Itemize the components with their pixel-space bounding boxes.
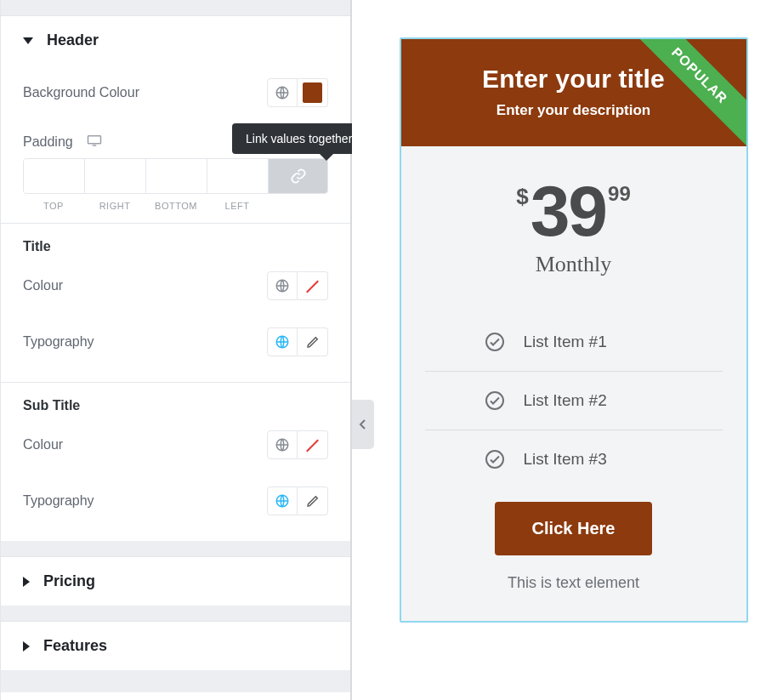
- chevron-left-icon: [359, 418, 367, 430]
- pencil-icon: [306, 335, 320, 349]
- title-group-heading: Title: [23, 224, 328, 258]
- padding-bottom-input[interactable]: [146, 159, 207, 193]
- price-period: Monthly: [425, 252, 723, 277]
- padding-link-button[interactable]: [269, 159, 327, 193]
- ribbon-text: POPULAR: [669, 45, 730, 106]
- link-icon: [290, 168, 307, 185]
- section-features-toggle[interactable]: Features: [1, 622, 350, 670]
- cta-button[interactable]: Click Here: [495, 502, 653, 555]
- section-header-title: Header: [47, 31, 99, 49]
- globe-icon: [275, 278, 290, 293]
- preview-canvas: POPULAR Enter your title Enter your desc…: [374, 0, 783, 700]
- chevron-down-icon: [23, 37, 33, 44]
- subtitle-colour-swatch[interactable]: [298, 430, 328, 459]
- card-subtitle: Enter your description: [415, 102, 733, 119]
- subtitle-typography-label: Typography: [23, 493, 94, 509]
- section-header-toggle[interactable]: Header: [1, 16, 350, 65]
- section-pricing-toggle[interactable]: Pricing: [1, 557, 350, 606]
- subtitle-typography-edit-button[interactable]: [298, 487, 328, 515]
- padding-label-right: RIGHT: [84, 201, 145, 211]
- padding-grid: [23, 158, 328, 194]
- subtitle-group-heading: Sub Title: [23, 383, 328, 417]
- card-feature-list: List Item #1 List Item #2 List Item #3: [425, 313, 723, 488]
- section-pricing-title: Pricing: [43, 572, 95, 590]
- tooltip-text: Link values together: [246, 132, 352, 145]
- background-colour-controls: [267, 78, 328, 107]
- svg-point-6: [486, 333, 503, 350]
- padding-left-input[interactable]: [207, 159, 269, 193]
- globe-icon: [275, 437, 290, 452]
- section-features-title: Features: [43, 637, 107, 655]
- title-typography-label: Typography: [23, 334, 94, 350]
- svg-point-8: [486, 451, 503, 468]
- link-values-tooltip: Link values together: [232, 123, 366, 154]
- row-title-colour: Colour: [23, 258, 328, 314]
- check-circle-icon: [485, 332, 505, 352]
- globe-icon: [275, 334, 290, 350]
- feature-text: List Item #3: [524, 450, 607, 469]
- title-typography-edit-button[interactable]: [298, 327, 328, 356]
- section-header: Header Background Colour: [1, 15, 350, 541]
- chevron-right-icon: [23, 577, 30, 587]
- padding-inputs: TOP RIGHT BOTTOM LEFT: [23, 158, 328, 211]
- card-header: POPULAR Enter your title Enter your desc…: [401, 39, 746, 146]
- price-amount: 39: [531, 175, 606, 247]
- row-title-typography: Typography: [23, 314, 328, 370]
- global-colour-button[interactable]: [267, 78, 298, 107]
- price-currency: $: [516, 184, 528, 210]
- chevron-right-icon: [23, 641, 30, 652]
- section-pricing: Pricing: [1, 556, 350, 606]
- feature-item: List Item #3: [425, 430, 723, 488]
- price: $ 39 99: [425, 175, 723, 247]
- title-colour-label: Colour: [23, 278, 63, 293]
- collapse-panel-button[interactable]: [352, 400, 374, 449]
- row-background-colour: Background Colour: [23, 65, 328, 121]
- under-cta-text: This is text element: [425, 574, 723, 592]
- pencil-icon: [306, 494, 320, 508]
- subtitle-typography-global-button[interactable]: [267, 487, 298, 515]
- feature-text: List Item #2: [524, 391, 607, 410]
- padding-label-bottom: BOTTOM: [145, 201, 207, 211]
- group-title: Title Colour Typography: [1, 224, 350, 382]
- padding-label-left: LEFT: [207, 201, 268, 211]
- padding-label-top: TOP: [23, 201, 84, 211]
- row-subtitle-typography: Typography: [23, 473, 328, 529]
- feature-item: List Item #1: [425, 313, 723, 372]
- padding-label: Padding: [23, 134, 102, 150]
- feature-item: List Item #2: [425, 372, 723, 430]
- panel-gap-2: [1, 606, 350, 621]
- check-circle-icon: [485, 390, 505, 411]
- panel-top-strip: [1, 0, 350, 15]
- panel-bottom-strip: [1, 670, 350, 692]
- responsive-icon[interactable]: [87, 134, 102, 146]
- pricing-card[interactable]: POPULAR Enter your title Enter your desc…: [400, 37, 748, 623]
- subtitle-colour-label: Colour: [23, 437, 63, 452]
- svg-point-7: [486, 392, 503, 409]
- popular-ribbon: POPULAR: [621, 37, 748, 155]
- price-decimals: 99: [608, 182, 631, 206]
- background-colour-swatch[interactable]: [298, 78, 328, 107]
- globe-icon: [275, 493, 290, 509]
- section-features: Features: [1, 621, 350, 670]
- title-typography-global-button[interactable]: [267, 327, 298, 356]
- subtitle-global-colour-button[interactable]: [267, 430, 298, 459]
- colour-swatch-icon: [303, 83, 322, 103]
- padding-top-input[interactable]: [24, 159, 85, 193]
- no-colour-icon: [303, 276, 322, 296]
- desktop-icon: [87, 134, 102, 146]
- svg-rect-1: [88, 136, 101, 144]
- card-body: $ 39 99 Monthly List Item #1 List Item #…: [401, 146, 746, 621]
- settings-panel: Header Background Colour: [0, 0, 352, 700]
- no-colour-icon: [303, 435, 322, 455]
- panel-splitter: [352, 0, 374, 700]
- check-circle-icon: [485, 449, 505, 470]
- title-global-colour-button[interactable]: [267, 271, 298, 300]
- group-subtitle: Sub Title Colour Typography: [1, 383, 350, 541]
- globe-icon: [275, 85, 290, 100]
- cta-label: Click Here: [532, 519, 616, 538]
- title-colour-swatch[interactable]: [298, 271, 328, 300]
- padding-right-input[interactable]: [85, 159, 146, 193]
- padding-labels: TOP RIGHT BOTTOM LEFT: [23, 201, 328, 211]
- background-colour-label: Background Colour: [23, 85, 139, 100]
- row-subtitle-colour: Colour: [23, 417, 328, 473]
